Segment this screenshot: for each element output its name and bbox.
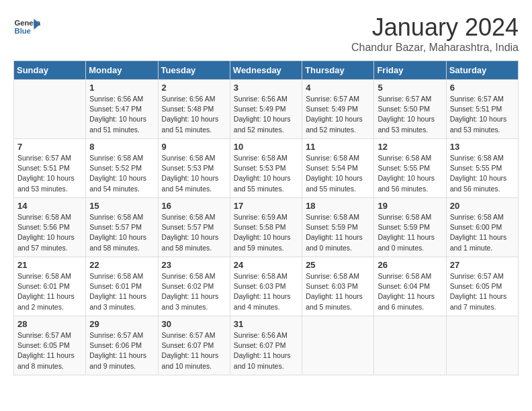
title-section: January 2024 Chandur Bazar, Maharashtra,… bbox=[351, 13, 519, 54]
day-info: Sunrise: 6:58 AM Sunset: 6:03 PM Dayligh… bbox=[306, 271, 370, 312]
day-number: 27 bbox=[450, 260, 515, 270]
day-number: 15 bbox=[89, 201, 154, 211]
calendar-day-cell: 20Sunrise: 6:58 AM Sunset: 6:00 PM Dayli… bbox=[446, 198, 518, 257]
day-number: 6 bbox=[450, 83, 515, 93]
calendar-week-row: 1Sunrise: 6:56 AM Sunset: 5:47 PM Daylig… bbox=[14, 80, 519, 139]
day-info: Sunrise: 6:58 AM Sunset: 5:53 PM Dayligh… bbox=[162, 153, 226, 194]
day-number: 29 bbox=[89, 319, 154, 329]
day-of-week-header: Wednesday bbox=[230, 61, 302, 80]
svg-text:Blue: Blue bbox=[15, 27, 31, 35]
day-info: Sunrise: 6:58 AM Sunset: 5:56 PM Dayligh… bbox=[17, 212, 82, 253]
page-header: General Blue January 2024 Chandur Bazar,… bbox=[13, 13, 519, 54]
calendar-day-cell: 12Sunrise: 6:58 AM Sunset: 5:55 PM Dayli… bbox=[374, 139, 446, 198]
day-info: Sunrise: 6:58 AM Sunset: 6:04 PM Dayligh… bbox=[378, 271, 442, 312]
day-number: 1 bbox=[89, 83, 154, 93]
calendar-day-cell: 25Sunrise: 6:58 AM Sunset: 6:03 PM Dayli… bbox=[302, 257, 374, 316]
calendar-day-cell: 4Sunrise: 6:57 AM Sunset: 5:49 PM Daylig… bbox=[302, 80, 374, 139]
day-info: Sunrise: 6:56 AM Sunset: 5:48 PM Dayligh… bbox=[162, 94, 226, 135]
day-info: Sunrise: 6:57 AM Sunset: 5:49 PM Dayligh… bbox=[306, 94, 370, 135]
day-number: 24 bbox=[234, 260, 298, 270]
calendar-body: 1Sunrise: 6:56 AM Sunset: 5:47 PM Daylig… bbox=[14, 80, 519, 375]
calendar-day-cell: 21Sunrise: 6:58 AM Sunset: 6:01 PM Dayli… bbox=[14, 257, 86, 316]
logo-icon: General Blue bbox=[13, 13, 40, 40]
day-number: 16 bbox=[162, 201, 226, 211]
day-info: Sunrise: 6:57 AM Sunset: 6:06 PM Dayligh… bbox=[89, 330, 154, 371]
calendar-day-cell: 10Sunrise: 6:58 AM Sunset: 5:53 PM Dayli… bbox=[230, 139, 302, 198]
day-info: Sunrise: 6:57 AM Sunset: 6:07 PM Dayligh… bbox=[162, 330, 226, 371]
day-of-week-header: Friday bbox=[374, 61, 446, 80]
calendar-day-cell: 27Sunrise: 6:57 AM Sunset: 6:05 PM Dayli… bbox=[446, 257, 518, 316]
calendar-day-cell: 3Sunrise: 6:56 AM Sunset: 5:49 PM Daylig… bbox=[230, 80, 302, 139]
day-number: 28 bbox=[17, 319, 82, 329]
calendar-week-row: 7Sunrise: 6:57 AM Sunset: 5:51 PM Daylig… bbox=[14, 139, 519, 198]
day-number: 26 bbox=[378, 260, 442, 270]
calendar-week-row: 14Sunrise: 6:58 AM Sunset: 5:56 PM Dayli… bbox=[14, 198, 519, 257]
day-number: 18 bbox=[306, 201, 370, 211]
day-info: Sunrise: 6:58 AM Sunset: 6:00 PM Dayligh… bbox=[450, 212, 515, 253]
calendar-day-cell: 7Sunrise: 6:57 AM Sunset: 5:51 PM Daylig… bbox=[14, 139, 86, 198]
day-info: Sunrise: 6:57 AM Sunset: 6:05 PM Dayligh… bbox=[17, 330, 82, 371]
day-number: 19 bbox=[378, 201, 442, 211]
calendar-day-cell: 14Sunrise: 6:58 AM Sunset: 5:56 PM Dayli… bbox=[14, 198, 86, 257]
day-number: 5 bbox=[378, 83, 442, 93]
calendar-day-cell: 8Sunrise: 6:58 AM Sunset: 5:52 PM Daylig… bbox=[86, 139, 158, 198]
day-info: Sunrise: 6:57 AM Sunset: 6:05 PM Dayligh… bbox=[450, 271, 515, 312]
day-number: 10 bbox=[234, 142, 298, 152]
day-info: Sunrise: 6:56 AM Sunset: 5:49 PM Dayligh… bbox=[234, 94, 298, 135]
day-info: Sunrise: 6:59 AM Sunset: 5:58 PM Dayligh… bbox=[234, 212, 298, 253]
day-number: 25 bbox=[306, 260, 370, 270]
day-info: Sunrise: 6:56 AM Sunset: 6:07 PM Dayligh… bbox=[234, 330, 298, 371]
day-info: Sunrise: 6:58 AM Sunset: 5:52 PM Dayligh… bbox=[89, 153, 154, 194]
day-number: 23 bbox=[162, 260, 226, 270]
calendar-day-cell: 26Sunrise: 6:58 AM Sunset: 6:04 PM Dayli… bbox=[374, 257, 446, 316]
calendar-day-cell bbox=[374, 316, 446, 375]
day-info: Sunrise: 6:58 AM Sunset: 5:55 PM Dayligh… bbox=[378, 153, 442, 194]
calendar-day-cell: 1Sunrise: 6:56 AM Sunset: 5:47 PM Daylig… bbox=[86, 80, 158, 139]
calendar-day-cell: 19Sunrise: 6:58 AM Sunset: 5:59 PM Dayli… bbox=[374, 198, 446, 257]
calendar-day-cell: 31Sunrise: 6:56 AM Sunset: 6:07 PM Dayli… bbox=[230, 316, 302, 375]
calendar-day-cell: 30Sunrise: 6:57 AM Sunset: 6:07 PM Dayli… bbox=[158, 316, 230, 375]
calendar-table: SundayMondayTuesdayWednesdayThursdayFrid… bbox=[13, 60, 519, 375]
day-number: 22 bbox=[89, 260, 154, 270]
calendar-day-cell: 18Sunrise: 6:58 AM Sunset: 5:59 PM Dayli… bbox=[302, 198, 374, 257]
location-subtitle: Chandur Bazar, Maharashtra, India bbox=[351, 42, 519, 54]
day-number: 14 bbox=[17, 201, 82, 211]
calendar-day-cell: 16Sunrise: 6:58 AM Sunset: 5:57 PM Dayli… bbox=[158, 198, 230, 257]
day-info: Sunrise: 6:58 AM Sunset: 6:02 PM Dayligh… bbox=[162, 271, 226, 312]
calendar-day-cell: 13Sunrise: 6:58 AM Sunset: 5:55 PM Dayli… bbox=[446, 139, 518, 198]
calendar-day-cell: 11Sunrise: 6:58 AM Sunset: 5:54 PM Dayli… bbox=[302, 139, 374, 198]
calendar-week-row: 28Sunrise: 6:57 AM Sunset: 6:05 PM Dayli… bbox=[14, 316, 519, 375]
calendar-day-cell bbox=[446, 316, 518, 375]
day-info: Sunrise: 6:58 AM Sunset: 5:59 PM Dayligh… bbox=[306, 212, 370, 253]
day-number: 21 bbox=[17, 260, 82, 270]
calendar-day-cell: 23Sunrise: 6:58 AM Sunset: 6:02 PM Dayli… bbox=[158, 257, 230, 316]
day-number: 7 bbox=[17, 142, 82, 152]
day-info: Sunrise: 6:58 AM Sunset: 6:01 PM Dayligh… bbox=[17, 271, 82, 312]
calendar-day-cell: 17Sunrise: 6:59 AM Sunset: 5:58 PM Dayli… bbox=[230, 198, 302, 257]
day-info: Sunrise: 6:58 AM Sunset: 6:03 PM Dayligh… bbox=[234, 271, 298, 312]
day-info: Sunrise: 6:58 AM Sunset: 6:01 PM Dayligh… bbox=[89, 271, 154, 312]
day-info: Sunrise: 6:58 AM Sunset: 5:57 PM Dayligh… bbox=[162, 212, 226, 253]
calendar-day-cell: 28Sunrise: 6:57 AM Sunset: 6:05 PM Dayli… bbox=[14, 316, 86, 375]
day-of-week-header: Thursday bbox=[302, 61, 374, 80]
day-info: Sunrise: 6:56 AM Sunset: 5:47 PM Dayligh… bbox=[89, 94, 154, 135]
calendar-header-row: SundayMondayTuesdayWednesdayThursdayFrid… bbox=[14, 61, 519, 80]
day-number: 30 bbox=[162, 319, 226, 329]
day-of-week-header: Tuesday bbox=[158, 61, 230, 80]
day-info: Sunrise: 6:57 AM Sunset: 5:51 PM Dayligh… bbox=[450, 94, 515, 135]
day-info: Sunrise: 6:57 AM Sunset: 5:50 PM Dayligh… bbox=[378, 94, 442, 135]
day-number: 20 bbox=[450, 201, 515, 211]
day-of-week-header: Sunday bbox=[14, 61, 86, 80]
calendar-day-cell bbox=[302, 316, 374, 375]
day-of-week-header: Saturday bbox=[446, 61, 518, 80]
calendar-day-cell bbox=[14, 80, 86, 139]
day-number: 12 bbox=[378, 142, 442, 152]
day-info: Sunrise: 6:58 AM Sunset: 5:57 PM Dayligh… bbox=[89, 212, 154, 253]
calendar-day-cell: 9Sunrise: 6:58 AM Sunset: 5:53 PM Daylig… bbox=[158, 139, 230, 198]
day-number: 2 bbox=[162, 83, 226, 93]
day-info: Sunrise: 6:57 AM Sunset: 5:51 PM Dayligh… bbox=[17, 153, 82, 194]
calendar-day-cell: 5Sunrise: 6:57 AM Sunset: 5:50 PM Daylig… bbox=[374, 80, 446, 139]
day-info: Sunrise: 6:58 AM Sunset: 5:55 PM Dayligh… bbox=[450, 153, 515, 194]
calendar-day-cell: 24Sunrise: 6:58 AM Sunset: 6:03 PM Dayli… bbox=[230, 257, 302, 316]
day-number: 11 bbox=[306, 142, 370, 152]
